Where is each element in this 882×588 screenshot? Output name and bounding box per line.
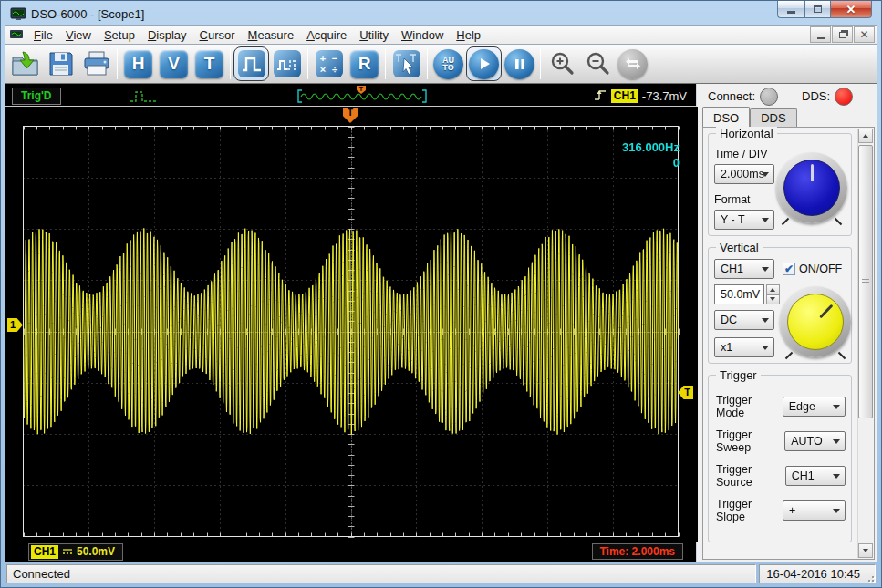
trigger-slope-icon bbox=[594, 88, 607, 103]
resize-grip[interactable] bbox=[865, 573, 874, 582]
svg-text:−: − bbox=[331, 53, 337, 64]
vertical-setup-button[interactable]: V bbox=[156, 46, 192, 81]
menu-items: FileViewSetupDisplayCursorMeasureAcquire… bbox=[27, 26, 487, 44]
horizontal-knob[interactable] bbox=[776, 152, 847, 223]
time-div-select[interactable]: 2.000ms bbox=[714, 164, 774, 184]
chevron-down-icon bbox=[762, 172, 769, 181]
frequency-readout: 316.000Hz 0 bbox=[622, 139, 680, 170]
close-icon: ✕ bbox=[846, 4, 856, 15]
cursor-measure-button[interactable] bbox=[389, 46, 424, 81]
status-bar: Connected 16-04-2016 10:45 bbox=[5, 562, 877, 583]
maximize-button[interactable] bbox=[804, 1, 830, 18]
chevron-down-icon bbox=[833, 405, 840, 413]
scroll-down-button[interactable] bbox=[858, 543, 873, 558]
save-button[interactable] bbox=[43, 46, 78, 81]
menu-view[interactable]: View bbox=[59, 26, 98, 44]
zoom-out-button[interactable] bbox=[579, 46, 615, 81]
open-button[interactable] bbox=[7, 46, 43, 81]
toolbar-separator bbox=[385, 48, 386, 79]
menu-help[interactable]: Help bbox=[450, 26, 487, 44]
menu-window[interactable]: Window bbox=[395, 26, 450, 44]
trigger-sweep-select[interactable]: AUTO bbox=[784, 431, 846, 451]
chevron-down-icon bbox=[762, 346, 769, 354]
connection-status-text: Connected bbox=[6, 564, 756, 583]
onoff-checkbox[interactable]: ✔ bbox=[783, 263, 795, 275]
trigger-channel-badge: CH1 bbox=[611, 89, 638, 103]
waveform-preview[interactable]: T bbox=[296, 88, 428, 104]
math-button[interactable]: +−×÷ bbox=[311, 46, 347, 81]
scope-scale-bar: CH1 50.0mV Time: 2.000ms bbox=[5, 542, 696, 561]
format-select[interactable]: Y - T bbox=[714, 210, 774, 230]
volts-div-value: 50.0mV bbox=[714, 284, 764, 304]
menu-display[interactable]: Display bbox=[141, 26, 193, 44]
toolbar: HVT+−×÷RAUTO bbox=[5, 45, 877, 84]
pulse-icon bbox=[238, 50, 265, 77]
app-icon bbox=[10, 7, 26, 21]
probe-select[interactable]: x1 bbox=[714, 337, 774, 357]
transfer-button bbox=[615, 46, 650, 81]
document-icon bbox=[9, 29, 24, 41]
time-div-label: Time / DIV bbox=[714, 148, 776, 160]
channel-onoff[interactable]: ✔ ON/OFF bbox=[783, 263, 842, 275]
mdi-restore-button[interactable] bbox=[832, 26, 853, 43]
trigger-mode-select[interactable]: Edge bbox=[783, 397, 846, 417]
pause-button[interactable] bbox=[502, 46, 537, 81]
coupling-value: DC bbox=[721, 314, 737, 326]
spinner-down-button[interactable] bbox=[766, 295, 781, 305]
scope-canvas[interactable] bbox=[5, 107, 698, 542]
scroll-up-button[interactable] bbox=[858, 129, 873, 143]
autoset-button[interactable]: AUTO bbox=[431, 46, 466, 81]
window-title: DSO-6000 - [Scope1] bbox=[31, 7, 144, 21]
format-label: Format bbox=[714, 193, 776, 206]
vertical-knob[interactable] bbox=[780, 286, 851, 357]
scrollbar-thumb[interactable] bbox=[858, 145, 873, 418]
minimize-button[interactable] bbox=[777, 1, 804, 18]
channel-badge: CH1 bbox=[31, 545, 58, 559]
volts-div-spinner[interactable]: 50.0mV bbox=[714, 284, 780, 304]
triangle-down-icon bbox=[863, 549, 868, 555]
trigger-setup-button[interactable]: T bbox=[192, 46, 227, 81]
menu-bar: FileViewSetupDisplayCursorMeasureAcquire… bbox=[5, 25, 877, 45]
scope-display[interactable]: T 1 T 316.000Hz 0 bbox=[5, 107, 696, 542]
channel-select[interactable]: CH1 bbox=[714, 259, 774, 279]
close-button[interactable]: ✕ bbox=[830, 1, 872, 18]
panel-scrollbar[interactable] bbox=[857, 129, 873, 558]
print-button[interactable] bbox=[78, 46, 114, 81]
connect-indicator bbox=[760, 88, 778, 106]
run-button[interactable] bbox=[466, 46, 502, 81]
trigger-slope-select[interactable]: + bbox=[783, 500, 846, 521]
toolbar-separator bbox=[540, 48, 541, 79]
onoff-label: ON/OFF bbox=[799, 263, 842, 275]
connection-status-row: Connect: DDS: bbox=[702, 85, 875, 108]
menu-utility[interactable]: Utility bbox=[353, 26, 395, 44]
spinner-up-button[interactable] bbox=[766, 284, 781, 295]
mdi-minimize-button[interactable] bbox=[810, 26, 831, 43]
trigger-slope-label: Trigger Slope bbox=[716, 498, 783, 523]
menu-acquire[interactable]: Acquire bbox=[300, 26, 353, 44]
toolbar-separator bbox=[117, 48, 118, 79]
zoom-in-button[interactable] bbox=[544, 46, 579, 81]
triangle-up-icon bbox=[863, 131, 868, 138]
menu-cursor[interactable]: Cursor bbox=[193, 26, 242, 44]
trigger-source-select[interactable]: CH1 bbox=[785, 466, 846, 486]
single-pulse-button[interactable] bbox=[233, 46, 269, 81]
mdi-close-button[interactable]: ✕ bbox=[854, 26, 875, 43]
vertical-setup-label: V bbox=[160, 50, 188, 78]
trigger-row: Trigger SweepAUTO bbox=[716, 428, 846, 454]
tab-dso[interactable]: DSO bbox=[702, 107, 750, 127]
dds-label: DDS: bbox=[802, 89, 830, 103]
trigger-row: Trigger ModeEdge bbox=[716, 394, 846, 419]
menu-setup[interactable]: Setup bbox=[98, 26, 141, 44]
tab-dds[interactable]: DDS bbox=[750, 108, 796, 127]
trigger-group-title: Trigger bbox=[716, 368, 761, 382]
select-value: Edge bbox=[789, 400, 815, 413]
menu-measure[interactable]: Measure bbox=[242, 26, 301, 44]
menu-file[interactable]: File bbox=[27, 26, 59, 44]
channel-scale-box: CH1 50.0mV bbox=[28, 543, 123, 561]
reference-button[interactable]: R bbox=[347, 46, 382, 81]
double-pulse-button[interactable] bbox=[269, 46, 305, 81]
horizontal-setup-button[interactable]: H bbox=[120, 46, 156, 81]
coupling-select[interactable]: DC bbox=[714, 310, 774, 330]
horizontal-group-title: Horizontal bbox=[716, 127, 777, 140]
app-window: DSO-6000 - [Scope1] ✕ FileViewSetupDispl… bbox=[0, 0, 882, 588]
